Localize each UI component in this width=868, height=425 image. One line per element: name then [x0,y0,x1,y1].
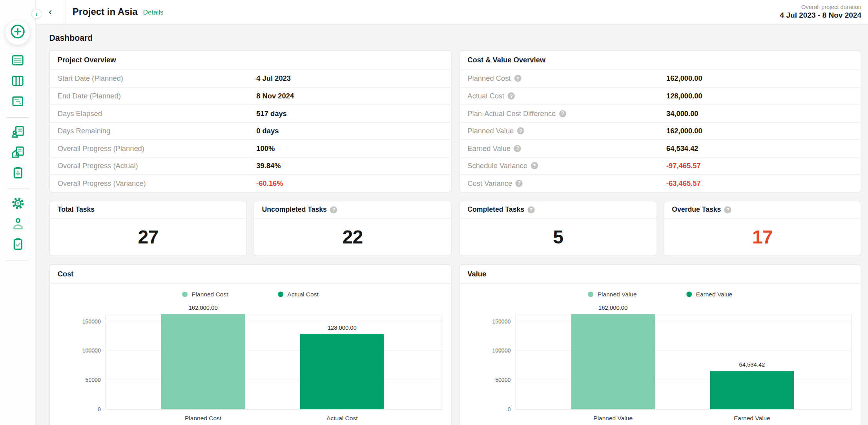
sidebar-item-import[interactable] [10,166,25,181]
table-row: Overall Progress (Actual) 39.84% [50,157,451,174]
help-icon[interactable]: ? [516,180,523,187]
row-label: Start Date (Planned) [50,74,123,82]
sidebar-divider [7,260,29,260]
row-value: 39.84% [256,162,281,170]
sidebar-item-board-view[interactable] [10,74,25,89]
sidebar-item-home-report[interactable] [10,145,25,161]
chart-gridline [106,379,441,380]
table-rows-icon [11,53,25,69]
clipboard-arrow-down-icon [10,165,25,182]
app-root: › [0,0,868,425]
x-axis-category-label: Planned Cost [185,414,221,421]
sidebar-item-profile[interactable] [10,217,25,232]
row-label: Days Elapsed [50,109,102,118]
row-label: Cost Variance? [460,179,523,187]
y-axis-tick-label: 0 [508,406,511,412]
duration-label: Overall project duration [780,3,862,10]
stat-value: 27 [138,226,159,248]
row-value: 8 Nov 2024 [256,92,294,100]
row-value: 64,534.42 [666,144,698,153]
y-axis-tick-label: 50000 [495,377,511,383]
chart-gridline [516,321,852,321]
table-row: Planned Value? 162,000.00 [460,122,861,139]
row-label: Overall Progress (Planned) [50,144,144,153]
stat-value: 5 [553,226,563,248]
project-duration: Overall project duration 4 Jul 2023 - 8 … [780,0,868,24]
y-axis-tick-label: 150000 [82,318,101,324]
table-row: Start Date (Planned) 4 Jul 2023 [50,70,451,87]
sidebar-item-tasks[interactable] [10,237,25,252]
top-header: ‹ Project in Asia Details Overall projec… [36,0,868,24]
sidebar-item-list-view[interactable] [10,54,25,69]
x-axis-category-label: Earned Value [734,414,770,421]
bar-value-label: 128,000.00 [328,324,357,331]
table-row: Days Remaining 0 days [50,122,451,139]
row-label: Plan-Actual Cost Difference? [460,109,566,118]
help-icon[interactable]: ? [514,145,521,152]
table-row: Days Elapsed 517 days [50,105,451,122]
value-chart-card: Value Planned ValueEarned Value 05000010… [459,264,861,425]
y-axis-tick-label: 100000 [492,347,511,354]
duration-value: 4 Jul 2023 - 8 Nov 2024 [780,11,862,19]
help-icon[interactable]: ? [508,93,515,100]
help-icon[interactable]: ? [559,110,566,117]
project-overview-card: Project Overview Start Date (Planned) 4 … [49,50,452,192]
row-label: Planned Value? [460,127,525,135]
legend-item: Planned Cost [182,291,228,297]
sidebar-item-settings[interactable] [10,196,25,212]
row-value: -63,465.57 [666,179,701,187]
table-row: End Date (Planned) 8 Nov 2024 [50,87,451,104]
add-button[interactable] [5,20,30,45]
overdue-tasks-card: Overdue Tasks? 17 [664,200,861,256]
stat-value: 22 [342,226,363,248]
chart-legend: Planned CostActual Cost [50,290,451,298]
card-title: Cost & Value Overview [460,51,861,70]
chevron-right-icon: › [36,11,38,17]
help-icon[interactable]: ? [528,206,535,213]
legend-label: Actual Cost [287,291,318,297]
kanban-columns-icon [11,74,25,90]
details-link[interactable]: Details [143,8,164,16]
total-tasks-card: Total Tasks 27 [49,200,247,256]
sidebar: › [0,0,36,425]
sidebar-expand-button[interactable]: › [31,9,41,19]
bar-value-label: 64,534.42 [739,361,765,368]
chart-gridline [516,350,852,350]
chart-gridline [516,379,852,380]
chart-bar [571,314,655,409]
sidebar-item-notes[interactable] [10,94,25,110]
legend-item: Actual Cost [278,291,318,297]
legend-label: Earned Value [696,291,733,297]
help-icon[interactable]: ? [531,162,538,169]
help-icon[interactable]: ? [514,75,521,82]
row-value: 128,000.00 [666,92,702,100]
help-icon[interactable]: ? [724,206,731,213]
row-value: 162,000.00 [666,127,702,135]
chart-bar [300,334,384,409]
x-axis-category-label: Planned Value [593,414,633,421]
help-icon[interactable]: ? [517,127,524,134]
chart-gridline [106,350,441,350]
table-row: Plan-Actual Cost Difference? 34,000.00 [460,105,861,122]
chart-plot-area: 050000100000150000162,000.00Planned Cost… [105,314,442,410]
table-row: Actual Cost? 128,000.00 [460,87,861,104]
card-title: Project Overview [50,51,451,70]
person-icon [10,216,25,233]
row-label: Planned Cost? [460,74,522,82]
row-label: Overall Progress (Variance) [50,179,146,187]
chart-gridline [106,321,441,321]
cost-value-overview-card: Cost & Value Overview Planned Cost? 162,… [459,50,861,192]
legend-label: Planned Cost [191,291,228,297]
stat-label: Completed Tasks? [460,201,656,219]
legend-item: Earned Value [687,291,733,297]
home-document-icon [10,145,25,162]
row-label: End Date (Planned) [50,92,121,100]
row-label: Days Remaining [50,127,110,135]
sidebar-item-assignee-report[interactable] [10,125,25,140]
uncompleted-tasks-card: Uncompleted Tasks? 22 [253,200,451,256]
row-value: 162,000.00 [666,74,702,82]
sidebar-divider [7,117,29,118]
help-icon[interactable]: ? [330,206,337,213]
row-value: 34,000.00 [666,109,698,118]
dashboard-content: Dashboard Project Overview Start Date (P… [36,24,868,425]
